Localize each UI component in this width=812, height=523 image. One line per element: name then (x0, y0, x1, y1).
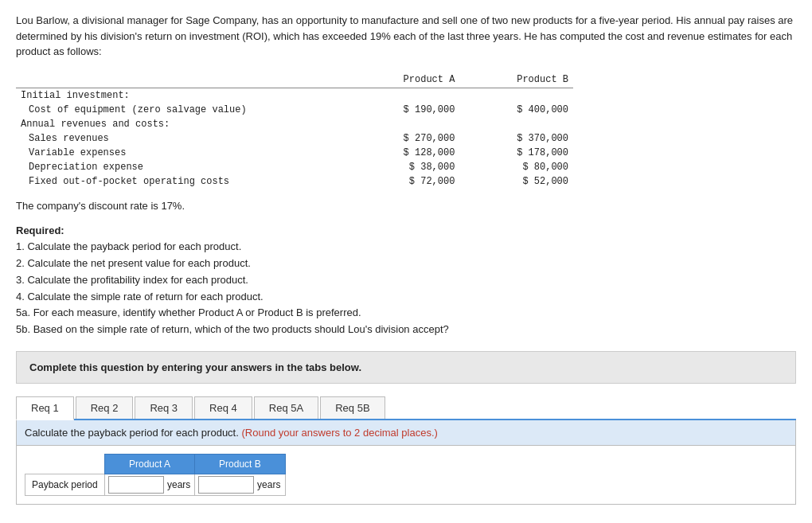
table-cell-product-b: $ 52,000 (459, 174, 573, 189)
tab-highlight: (Round your answers to 2 decimal places.… (241, 427, 437, 439)
table-cell-product-a: $ 128,000 (346, 146, 460, 160)
answer-row: Payback period years years (25, 474, 286, 496)
required-title: Required: (16, 224, 64, 236)
table-cell-label: Sales revenues (16, 131, 346, 146)
table-cell-product-a: $ 190,000 (346, 103, 460, 117)
table-cell-label: Depreciation expense (16, 160, 346, 174)
bottom-nav: < Req 1 Req 2 > (16, 517, 796, 523)
table-cell-product-b: $ 80,000 (459, 160, 573, 174)
product-b-unit: years (257, 479, 280, 490)
table-cell-product-b (459, 117, 573, 131)
tab-req-1[interactable]: Req 1 (16, 396, 74, 420)
table-cell-product-a (346, 117, 460, 131)
data-table: Product A Product B Initial investment:C… (16, 72, 573, 189)
table-cell-product-a: $ 38,000 (346, 160, 460, 174)
table-cell-product-b: $ 370,000 (459, 131, 573, 146)
tab-content-header: Calculate the payback period for each pr… (16, 420, 796, 446)
intro-text: Lou Barlow, a divisional manager for Sag… (16, 13, 796, 60)
table-cell-product-b: $ 400,000 (459, 103, 573, 117)
answer-col-header-b: Product B (195, 455, 286, 474)
product-a-unit: years (167, 479, 190, 490)
required-section: Required: 1. Calculate the payback perio… (16, 223, 796, 339)
table-cell-product-a: $ 72,000 (346, 174, 460, 189)
table-row: Sales revenues$ 270,000$ 370,000 (16, 131, 573, 146)
required-item: 5a. For each measure, identify whether P… (16, 305, 796, 322)
table-row: Variable expenses$ 128,000$ 178,000 (16, 146, 573, 160)
table-cell-label: Variable expenses (16, 146, 346, 160)
discount-rate-text: The company's discount rate is 17%. (16, 200, 796, 212)
table-row: Annual revenues and costs: (16, 117, 573, 131)
product-b-input[interactable] (198, 476, 254, 494)
table-row: Depreciation expense$ 38,000$ 80,000 (16, 160, 573, 174)
tab-req-5a[interactable]: Req 5A (254, 396, 318, 419)
required-item: 5b. Based on the simple rate of return, … (16, 322, 796, 338)
complete-banner: Complete this question by entering your … (16, 351, 796, 384)
col-header-product-b: Product B (459, 72, 573, 88)
required-item: 4. Calculate the simple rate of return f… (16, 289, 796, 306)
tab-req-5b[interactable]: Req 5B (320, 396, 385, 419)
table-cell-label: Initial investment: (16, 88, 346, 103)
tab-instruction: Calculate the payback period for each pr… (25, 427, 239, 439)
table-cell-product-a (346, 88, 460, 103)
answer-col-header-a: Product A (105, 455, 195, 474)
tab-req-2[interactable]: Req 2 (76, 396, 134, 419)
col-header-product-a: Product A (346, 72, 460, 88)
table-cell-product-b: $ 178,000 (459, 146, 573, 160)
table-cell-product-b (459, 88, 573, 103)
row-label: Payback period (25, 474, 105, 496)
table-row: Cost of equipment (zero salvage value)$ … (16, 103, 573, 117)
table-cell-label: Fixed out-of-pocket operating costs (16, 174, 346, 189)
required-item: 2. Calculate the net present value for e… (16, 256, 796, 272)
required-item: 3. Calculate the profitability index for… (16, 272, 796, 289)
banner-text: Complete this question by entering your … (29, 361, 361, 373)
answer-table-wrapper: Product A Product B Payback period years… (16, 446, 796, 505)
product-a-input-cell: years (105, 474, 195, 496)
answer-table: Product A Product B Payback period years… (25, 454, 286, 496)
table-cell-label: Annual revenues and costs: (16, 117, 346, 131)
product-a-input[interactable] (108, 476, 164, 494)
table-cell-label: Cost of equipment (zero salvage value) (16, 103, 346, 117)
table-row: Initial investment: (16, 88, 573, 103)
table-cell-product-a: $ 270,000 (346, 131, 460, 146)
table-row: Fixed out-of-pocket operating costs$ 72,… (16, 174, 573, 189)
tab-req-4[interactable]: Req 4 (194, 396, 252, 419)
tabs-row: Req 1Req 2Req 3Req 4Req 5AReq 5B (16, 396, 796, 420)
required-item: 1. Calculate the payback period for each… (16, 239, 796, 256)
tab-req-3[interactable]: Req 3 (135, 396, 193, 419)
product-b-input-cell: years (195, 474, 286, 496)
